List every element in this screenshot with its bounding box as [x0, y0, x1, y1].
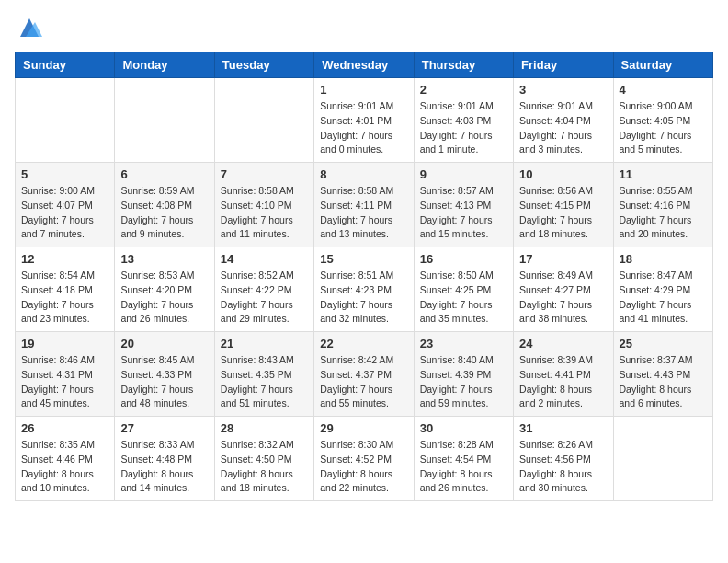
day-info: Sunrise: 8:40 AMSunset: 4:39 PMDaylight:… — [420, 353, 507, 411]
day-number: 12 — [21, 252, 108, 266]
calendar-cell: 9Sunrise: 8:57 AMSunset: 4:13 PMDaylight… — [414, 163, 513, 247]
day-info: Sunrise: 8:59 AMSunset: 4:08 PMDaylight:… — [120, 184, 208, 242]
day-info: Sunrise: 9:01 AMSunset: 4:04 PMDaylight:… — [519, 99, 607, 157]
calendar-cell: 30Sunrise: 8:28 AMSunset: 4:54 PMDayligh… — [414, 417, 513, 501]
calendar-cell: 31Sunrise: 8:26 AMSunset: 4:56 PMDayligh… — [514, 417, 613, 501]
day-info: Sunrise: 8:37 AMSunset: 4:43 PMDaylight:… — [620, 353, 707, 411]
day-info: Sunrise: 9:00 AMSunset: 4:07 PMDaylight:… — [21, 184, 108, 242]
day-number: 16 — [420, 252, 507, 266]
calendar-body: 1Sunrise: 9:01 AMSunset: 4:01 PMDaylight… — [16, 78, 713, 501]
day-info: Sunrise: 8:49 AMSunset: 4:27 PMDaylight:… — [519, 269, 607, 327]
calendar-cell: 17Sunrise: 8:49 AMSunset: 4:27 PMDayligh… — [514, 247, 613, 332]
calendar-cell — [214, 78, 313, 163]
day-info: Sunrise: 8:30 AMSunset: 4:52 PMDaylight:… — [320, 438, 407, 496]
day-number: 20 — [120, 337, 208, 350]
day-number: 24 — [519, 337, 607, 350]
calendar-cell: 6Sunrise: 8:59 AMSunset: 4:08 PMDaylight… — [115, 163, 214, 247]
day-info: Sunrise: 9:01 AMSunset: 4:01 PMDaylight:… — [320, 99, 407, 157]
calendar-cell: 21Sunrise: 8:43 AMSunset: 4:35 PMDayligh… — [214, 332, 313, 417]
calendar-cell: 27Sunrise: 8:33 AMSunset: 4:48 PMDayligh… — [115, 417, 214, 501]
day-info: Sunrise: 8:54 AMSunset: 4:18 PMDaylight:… — [21, 269, 108, 327]
weekday-header-wednesday: Wednesday — [314, 52, 414, 78]
day-number: 4 — [620, 83, 707, 97]
calendar-cell: 13Sunrise: 8:53 AMSunset: 4:20 PMDayligh… — [115, 247, 214, 332]
day-number: 26 — [21, 421, 108, 435]
day-number: 15 — [320, 252, 407, 266]
day-number: 22 — [320, 337, 407, 350]
weekday-header-monday: Monday — [115, 52, 214, 78]
calendar-cell: 16Sunrise: 8:50 AMSunset: 4:25 PMDayligh… — [414, 247, 513, 332]
calendar-cell: 3Sunrise: 9:01 AMSunset: 4:04 PMDaylight… — [514, 78, 613, 163]
calendar-cell: 20Sunrise: 8:45 AMSunset: 4:33 PMDayligh… — [115, 332, 214, 417]
day-info: Sunrise: 8:45 AMSunset: 4:33 PMDaylight:… — [120, 353, 208, 411]
day-number: 6 — [120, 167, 208, 181]
day-info: Sunrise: 8:55 AMSunset: 4:16 PMDaylight:… — [620, 184, 707, 242]
day-number: 11 — [620, 167, 707, 181]
calendar-cell — [115, 78, 214, 163]
calendar-cell: 11Sunrise: 8:55 AMSunset: 4:16 PMDayligh… — [613, 163, 712, 247]
day-number: 30 — [420, 421, 507, 435]
day-number: 23 — [420, 337, 507, 350]
weekday-header-friday: Friday — [514, 52, 613, 78]
calendar-cell: 25Sunrise: 8:37 AMSunset: 4:43 PMDayligh… — [613, 332, 712, 417]
logo-icon — [17, 15, 42, 40]
calendar-cell — [16, 78, 115, 163]
calendar-cell: 12Sunrise: 8:54 AMSunset: 4:18 PMDayligh… — [16, 247, 115, 332]
day-info: Sunrise: 8:42 AMSunset: 4:37 PMDaylight:… — [320, 353, 407, 411]
day-info: Sunrise: 8:35 AMSunset: 4:46 PMDaylight:… — [21, 438, 108, 496]
calendar-week-4: 19Sunrise: 8:46 AMSunset: 4:31 PMDayligh… — [16, 332, 713, 417]
day-info: Sunrise: 8:28 AMSunset: 4:54 PMDaylight:… — [420, 438, 507, 496]
day-number: 18 — [620, 252, 707, 266]
day-info: Sunrise: 9:01 AMSunset: 4:03 PMDaylight:… — [420, 99, 507, 157]
calendar-cell: 14Sunrise: 8:52 AMSunset: 4:22 PMDayligh… — [214, 247, 313, 332]
weekday-header-row: SundayMondayTuesdayWednesdayThursdayFrid… — [16, 52, 713, 78]
calendar-cell: 10Sunrise: 8:56 AMSunset: 4:15 PMDayligh… — [514, 163, 613, 247]
calendar-cell: 4Sunrise: 9:00 AMSunset: 4:05 PMDaylight… — [613, 78, 712, 163]
day-info: Sunrise: 8:32 AMSunset: 4:50 PMDaylight:… — [221, 438, 308, 496]
calendar-cell: 5Sunrise: 9:00 AMSunset: 4:07 PMDaylight… — [16, 163, 115, 247]
calendar-table: SundayMondayTuesdayWednesdayThursdayFrid… — [15, 52, 713, 501]
day-info: Sunrise: 8:53 AMSunset: 4:20 PMDaylight:… — [120, 269, 208, 327]
day-info: Sunrise: 9:00 AMSunset: 4:05 PMDaylight:… — [620, 99, 707, 157]
day-number: 27 — [120, 421, 208, 435]
day-info: Sunrise: 8:47 AMSunset: 4:29 PMDaylight:… — [620, 269, 707, 327]
day-number: 7 — [221, 167, 308, 181]
day-info: Sunrise: 8:52 AMSunset: 4:22 PMDaylight:… — [221, 269, 308, 327]
day-number: 31 — [519, 421, 607, 435]
calendar-week-1: 1Sunrise: 9:01 AMSunset: 4:01 PMDaylight… — [16, 78, 713, 163]
calendar-cell: 23Sunrise: 8:40 AMSunset: 4:39 PMDayligh… — [414, 332, 513, 417]
calendar-week-3: 12Sunrise: 8:54 AMSunset: 4:18 PMDayligh… — [16, 247, 713, 332]
day-info: Sunrise: 8:57 AMSunset: 4:13 PMDaylight:… — [420, 184, 507, 242]
day-number: 1 — [320, 83, 407, 97]
calendar-cell: 18Sunrise: 8:47 AMSunset: 4:29 PMDayligh… — [613, 247, 712, 332]
day-number: 14 — [221, 252, 308, 266]
logo — [15, 15, 42, 40]
calendar-cell: 15Sunrise: 8:51 AMSunset: 4:23 PMDayligh… — [314, 247, 414, 332]
weekday-header-tuesday: Tuesday — [214, 52, 313, 78]
page-header — [15, 15, 713, 40]
day-number: 10 — [519, 167, 607, 181]
day-number: 3 — [519, 83, 607, 97]
day-number: 8 — [320, 167, 407, 181]
day-number: 28 — [221, 421, 308, 435]
day-info: Sunrise: 8:33 AMSunset: 4:48 PMDaylight:… — [120, 438, 208, 496]
day-info: Sunrise: 8:39 AMSunset: 4:41 PMDaylight:… — [519, 353, 607, 411]
calendar-week-5: 26Sunrise: 8:35 AMSunset: 4:46 PMDayligh… — [16, 417, 713, 501]
calendar-week-2: 5Sunrise: 9:00 AMSunset: 4:07 PMDaylight… — [16, 163, 713, 247]
day-number: 17 — [519, 252, 607, 266]
day-info: Sunrise: 8:50 AMSunset: 4:25 PMDaylight:… — [420, 269, 507, 327]
weekday-header-saturday: Saturday — [613, 52, 712, 78]
day-info: Sunrise: 8:58 AMSunset: 4:11 PMDaylight:… — [320, 184, 407, 242]
day-number: 5 — [21, 167, 108, 181]
calendar-cell: 26Sunrise: 8:35 AMSunset: 4:46 PMDayligh… — [16, 417, 115, 501]
day-number: 9 — [420, 167, 507, 181]
day-number: 29 — [320, 421, 407, 435]
weekday-header-sunday: Sunday — [16, 52, 115, 78]
day-info: Sunrise: 8:46 AMSunset: 4:31 PMDaylight:… — [21, 353, 108, 411]
day-info: Sunrise: 8:51 AMSunset: 4:23 PMDaylight:… — [320, 269, 407, 327]
calendar-cell: 22Sunrise: 8:42 AMSunset: 4:37 PMDayligh… — [314, 332, 414, 417]
weekday-header-thursday: Thursday — [414, 52, 513, 78]
calendar-cell: 7Sunrise: 8:58 AMSunset: 4:10 PMDaylight… — [214, 163, 313, 247]
calendar-cell: 8Sunrise: 8:58 AMSunset: 4:11 PMDaylight… — [314, 163, 414, 247]
day-number: 25 — [620, 337, 707, 350]
